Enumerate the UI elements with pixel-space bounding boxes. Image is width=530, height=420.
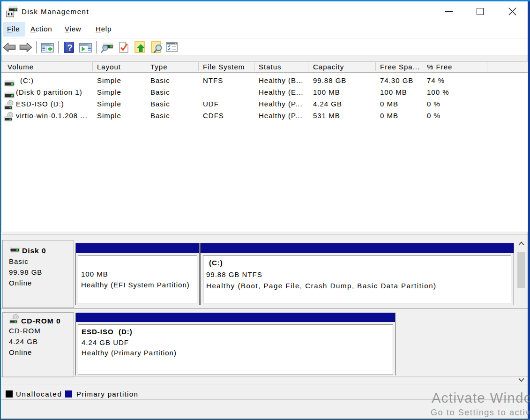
svg-text:?: ? <box>67 43 73 52</box>
